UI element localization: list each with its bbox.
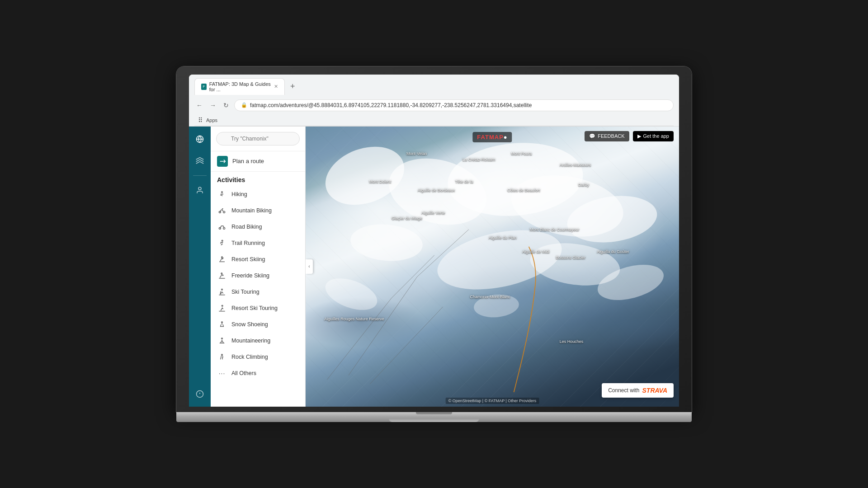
svg-point-19	[222, 305, 223, 306]
search-box: 🔍	[211, 127, 305, 151]
user-icon-btn[interactable]	[193, 183, 207, 197]
tab-title: FATMAP: 3D Map & Guides for ...	[209, 81, 271, 92]
freeride-skiing-label: Freeride Skiing	[231, 272, 269, 279]
get-app-label: Get the app	[643, 133, 670, 139]
search-input[interactable]	[216, 132, 300, 145]
separator-line	[193, 175, 207, 176]
tab-bar: F FATMAP: 3D Map & Guides for ... ✕ +	[194, 78, 674, 95]
collapse-sidebar-button[interactable]: ‹	[306, 259, 313, 274]
layers-icon-btn[interactable]	[193, 154, 207, 168]
laptop-base	[176, 412, 692, 422]
svg-point-10	[223, 227, 225, 229]
activity-item-mountain-biking[interactable]: Mountain Biking	[217, 202, 299, 219]
hiking-icon	[217, 189, 227, 199]
plan-route-label: Plan a route	[232, 158, 264, 164]
activity-item-resort-skiing[interactable]: Resort Skiing	[217, 251, 299, 267]
active-tab[interactable]: F FATMAP: 3D Map & Guides for ... ✕	[194, 78, 285, 95]
forward-button[interactable]: →	[208, 100, 218, 111]
ski-touring-icon	[217, 287, 227, 297]
get-app-button[interactable]: ▶ Get the app	[633, 131, 674, 141]
trail-running-icon	[217, 238, 227, 248]
rock-climbing-icon	[217, 352, 227, 362]
collapse-icon: ‹	[308, 264, 310, 269]
icon-sidebar	[189, 127, 211, 407]
svg-point-8	[223, 211, 225, 213]
globe-icon-btn[interactable]	[193, 132, 207, 146]
svg-point-14	[221, 273, 222, 274]
activity-item-rock-climbing[interactable]: Rock Climbing	[217, 349, 299, 365]
mountaineering-icon	[217, 336, 227, 346]
back-button[interactable]: ←	[194, 100, 204, 111]
laptop-notch	[416, 412, 452, 414]
feedback-icon: 💬	[589, 133, 595, 139]
resort-ski-touring-icon	[217, 303, 227, 313]
fatmap-text: FATMAP	[477, 134, 503, 141]
freeride-skiing-icon	[217, 271, 227, 281]
ski-touring-label: Ski Touring	[231, 289, 259, 295]
laptop-container: F FATMAP: 3D Map & Guides for ... ✕ + ← …	[176, 66, 692, 422]
activity-item-all-others[interactable]: ··· All Others	[217, 365, 299, 381]
svg-point-11	[222, 240, 223, 241]
tab-favicon: F	[201, 84, 207, 90]
mountaineering-label: Mountaineering	[231, 338, 270, 344]
svg-point-6	[222, 192, 223, 193]
activity-item-road-biking[interactable]: Road Biking	[217, 219, 299, 235]
apps-label: Apps	[206, 117, 217, 123]
app-container: 🔍 Plan a route	[189, 127, 679, 407]
mountain-biking-label: Mountain Biking	[231, 207, 272, 214]
info-icon-btn[interactable]	[193, 387, 207, 401]
tab-close-btn[interactable]: ✕	[274, 84, 278, 89]
apps-grid-icon: ⠿	[198, 117, 203, 124]
activity-item-snow-shoeing[interactable]: Snow Shoeing	[217, 316, 299, 333]
fatmap-logo: FATMAP●	[472, 132, 512, 142]
address-bar[interactable]: 🔒 fatmap.com/adventures/@45.8884031,6.89…	[234, 99, 674, 111]
resort-skiing-label: Resort Skiing	[231, 256, 265, 263]
new-tab-button[interactable]: +	[288, 81, 298, 92]
activity-item-ski-touring[interactable]: Ski Touring	[217, 284, 299, 300]
map-area[interactable]: Mont-VelanLa Cretaz-RoisamMont FouraArol…	[306, 127, 679, 407]
activity-item-trail-running[interactable]: Trail Running	[217, 235, 299, 251]
all-others-icon: ···	[217, 368, 227, 378]
svg-point-21	[222, 322, 223, 323]
svg-point-22	[222, 338, 223, 339]
svg-point-24	[222, 354, 223, 356]
browser-window: F FATMAP: 3D Map & Guides for ... ✕ + ← …	[189, 75, 679, 407]
map-attribution: © OpenStreetMap | © FATMAP | Other Provi…	[446, 398, 539, 404]
snow-shoeing-label: Snow Shoeing	[231, 321, 268, 328]
activity-item-mountaineering[interactable]: Mountaineering	[217, 333, 299, 349]
rock-climbing-label: Rock Climbing	[231, 354, 268, 360]
browser-chrome: F FATMAP: 3D Map & Guides for ... ✕ + ← …	[189, 75, 679, 127]
svg-point-2	[198, 187, 201, 190]
screen-bezel: F FATMAP: 3D Map & Guides for ... ✕ + ← …	[176, 66, 692, 412]
activity-item-resort-ski-touring[interactable]: Resort Ski Touring	[217, 300, 299, 316]
main-sidebar: 🔍 Plan a route	[211, 127, 306, 407]
activity-item-hiking[interactable]: Hiking	[217, 186, 299, 202]
plan-route-button[interactable]: Plan a route	[211, 151, 305, 172]
feedback-button[interactable]: 💬 FEEDBACK	[585, 131, 629, 141]
road-biking-label: Road Biking	[231, 224, 262, 230]
plan-route-icon	[217, 156, 228, 167]
map-image: Mont-VelanLa Cretaz-RoisamMont FouraArol…	[306, 127, 679, 407]
url-text: fatmap.com/adventures/@45.8884031,6.8974…	[250, 102, 532, 108]
snow-shoeing-icon	[217, 319, 227, 329]
resort-skiing-icon	[217, 254, 227, 264]
strava-connect-label: Connect with	[608, 387, 639, 394]
hiking-label: Hiking	[231, 191, 247, 197]
road-biking-icon	[217, 222, 227, 232]
reload-button[interactable]: ↻	[222, 100, 231, 111]
activities-section: Activities Hiking Mountain Biking Road B…	[211, 172, 305, 384]
activities-list: Hiking Mountain Biking Road Biking Trail…	[217, 186, 299, 381]
bookmarks-bar: ⠿ Apps	[194, 115, 674, 126]
map-top-right-controls: 💬 FEEDBACK ▶ Get the app	[585, 131, 674, 141]
all-others-label: All Others	[231, 370, 256, 376]
strava-logo: STRAVA	[642, 387, 667, 394]
security-icon: 🔒	[241, 102, 247, 108]
strava-connect-button[interactable]: Connect with STRAVA	[602, 383, 674, 398]
trail-running-label: Trail Running	[231, 240, 265, 246]
activity-item-freeride-skiing[interactable]: Freeride Skiing	[217, 267, 299, 284]
resort-ski-touring-label: Resort Ski Touring	[231, 305, 278, 311]
address-bar-row: ← → ↻ 🔒 fatmap.com/adventures/@45.888403…	[194, 98, 674, 115]
mountain-biking-icon	[217, 206, 227, 216]
apple-icon: ▶	[637, 133, 641, 139]
feedback-label: FEEDBACK	[598, 133, 624, 139]
